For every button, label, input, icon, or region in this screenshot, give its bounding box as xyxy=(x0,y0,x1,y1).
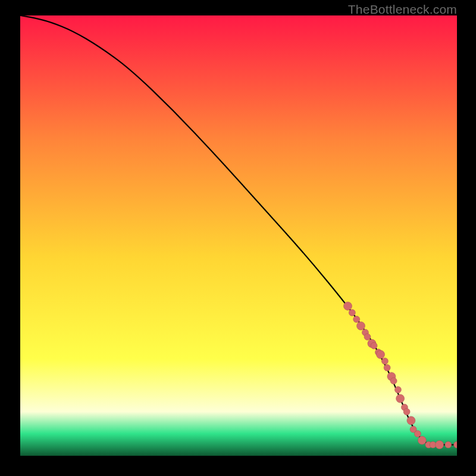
data-marker xyxy=(390,378,397,384)
data-marker xyxy=(364,334,371,340)
data-marker xyxy=(445,441,452,448)
data-marker xyxy=(436,441,444,449)
data-marker xyxy=(349,309,355,316)
data-marker xyxy=(371,343,377,349)
gradient-background xyxy=(20,15,457,456)
data-marker xyxy=(403,409,410,415)
data-marker xyxy=(344,302,352,310)
plot-area xyxy=(20,15,457,456)
chart-stage: TheBottleneck.com xyxy=(0,0,476,476)
data-marker xyxy=(394,387,401,393)
bottleneck-chart xyxy=(20,15,457,456)
data-marker xyxy=(353,316,360,322)
data-marker xyxy=(407,416,415,425)
data-marker xyxy=(418,436,426,444)
data-marker xyxy=(396,394,405,403)
data-marker xyxy=(384,365,390,371)
data-marker xyxy=(414,431,421,437)
data-marker xyxy=(381,358,388,364)
data-marker xyxy=(377,350,385,359)
attribution-text: TheBottleneck.com xyxy=(348,2,457,17)
data-marker xyxy=(357,322,365,330)
